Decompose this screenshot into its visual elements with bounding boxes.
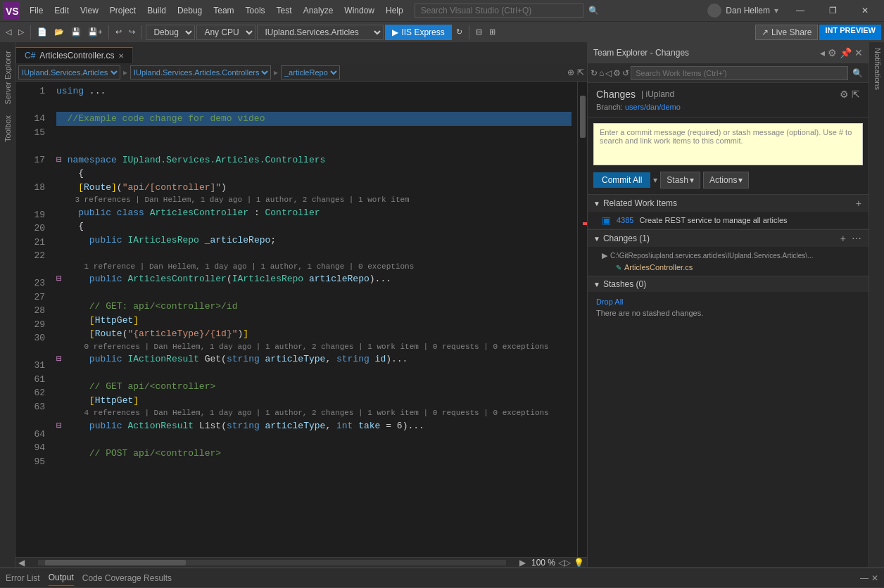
- te-settings-icon[interactable]: ⚙: [828, 47, 837, 58]
- save-all-btn[interactable]: 💾+: [85, 26, 105, 38]
- te-search-input[interactable]: [631, 66, 848, 80]
- bottom-tabs: Error List Output Code Coverage Results …: [0, 568, 884, 588]
- menu-tools[interactable]: Tools: [240, 3, 271, 18]
- add-line-btn[interactable]: ⊕: [567, 68, 574, 77]
- commit-dropdown-icon[interactable]: ▾: [653, 175, 657, 185]
- menu-project[interactable]: Project: [104, 3, 141, 18]
- code-line: ⊟ public ArticlesController(IArticlesRep…: [56, 272, 572, 286]
- h-scroll-right[interactable]: ▶: [517, 558, 529, 568]
- file-item[interactable]: ✎ ArticlesController.cs: [602, 262, 863, 273]
- te-nav-icon[interactable]: ◂: [820, 47, 825, 58]
- expand-btn[interactable]: ⇱: [577, 68, 584, 77]
- te-refresh-icon[interactable]: ↻: [591, 68, 598, 78]
- te-search-icon[interactable]: 🔍: [850, 67, 866, 79]
- lightbulb-icon[interactable]: 💡: [574, 558, 584, 568]
- work-item-id[interactable]: 4385: [617, 216, 633, 224]
- live-share-button[interactable]: ↗ Live Share: [755, 25, 818, 40]
- project-dropdown[interactable]: IUpland.Services.Articles: [257, 25, 384, 40]
- menu-view[interactable]: View: [75, 3, 104, 18]
- te-pin-icon[interactable]: 📌: [840, 47, 852, 58]
- tab-file-icon: C#: [25, 51, 35, 60]
- nav-breadcrumb-2[interactable]: IUpland.Services.Articles.Controllers.Ar…: [130, 65, 271, 79]
- code-lines: using ... //Example code change for demo…: [51, 82, 577, 557]
- tab-close-icon[interactable]: ✕: [118, 52, 124, 60]
- nav-breadcrumb-3[interactable]: _articleRepo: [281, 65, 340, 79]
- changes-expand-icon[interactable]: ⇱: [852, 89, 860, 100]
- back-btn[interactable]: ◁: [3, 26, 14, 38]
- fwd-btn[interactable]: ▷: [15, 26, 27, 38]
- code-line: using ...: [56, 84, 572, 98]
- int-preview-button[interactable]: INT PREVIEW: [819, 25, 881, 40]
- stash-label: Stash: [667, 175, 688, 185]
- menu-analyze[interactable]: Analyze: [298, 3, 339, 18]
- stashes-label: Stashes (0): [603, 279, 646, 289]
- menu-search-input[interactable]: [415, 4, 583, 18]
- editor-v-scrollbar[interactable]: [577, 82, 587, 557]
- te-settings2-icon[interactable]: ⚙: [613, 68, 621, 78]
- commit-message-input[interactable]: [593, 123, 863, 165]
- actions-button[interactable]: Actions ▾: [703, 172, 749, 188]
- notifications-tab[interactable]: Notifications: [869, 42, 884, 96]
- toolbox-tab[interactable]: Toolbox: [1, 110, 14, 148]
- te-home-icon[interactable]: ⌂: [599, 68, 604, 78]
- panel-close-icon[interactable]: ✕: [871, 573, 878, 583]
- changes-section[interactable]: ▼ Changes (1) + ⋯: [588, 229, 869, 247]
- more-changes-btn[interactable]: ⋯: [850, 233, 863, 244]
- commit-all-button[interactable]: Commit All: [593, 172, 650, 188]
- editor-tab-active[interactable]: C# ArticlesController.cs ✕: [15, 47, 133, 63]
- undo-btn[interactable]: ↩: [113, 26, 125, 38]
- filter-btn[interactable]: ⊟: [473, 26, 485, 38]
- menu-window[interactable]: Window: [339, 3, 380, 18]
- stashes-section[interactable]: ▼ Stashes (0): [588, 276, 869, 292]
- maximize-button[interactable]: ❐: [816, 0, 849, 21]
- menu-team[interactable]: Team: [208, 3, 239, 18]
- error-list-tab[interactable]: Error List: [6, 570, 40, 586]
- changes-settings-icon[interactable]: ⚙: [840, 89, 849, 100]
- stash-button[interactable]: Stash ▾: [660, 172, 700, 188]
- server-explorer-tab[interactable]: Server Explorer: [1, 45, 14, 110]
- user-info: Dan Hellem ▾: [707, 4, 778, 18]
- drop-all-button[interactable]: Drop All: [596, 298, 860, 306]
- restart-btn[interactable]: ↻: [453, 26, 465, 38]
- layout-btn[interactable]: ⊞: [486, 26, 498, 38]
- code-content[interactable]: 1 14 15 17 18 19 20 21 22: [15, 82, 577, 557]
- code-line: ⊟ public ActionResult List(string articl…: [56, 419, 572, 433]
- output-tab[interactable]: Output: [49, 570, 74, 586]
- team-explorer-panel: Team Explorer - Changes ◂ ⚙ 📌 ✕ ↻ ⌂ ◁ ⚙ …: [587, 42, 869, 567]
- panel-minimize-icon[interactable]: —: [860, 573, 869, 583]
- user-name: Dan Hellem: [726, 6, 770, 15]
- add-change-btn[interactable]: +: [839, 233, 847, 244]
- editor-h-scrollbar[interactable]: ◀ ▶ 100 % ◁▷ 💡: [15, 557, 587, 567]
- nav-breadcrumb-1[interactable]: IUpland.Services.Articles: [18, 65, 120, 79]
- user-avatar-icon: [707, 4, 721, 18]
- menu-help[interactable]: Help: [380, 3, 409, 18]
- user-dropdown-icon[interactable]: ▾: [774, 6, 778, 15]
- related-work-items-section[interactable]: ▼ Related Work Items +: [588, 194, 869, 212]
- code-line: [HttpGet]: [56, 394, 572, 408]
- te-sync-icon[interactable]: ↺: [622, 68, 629, 78]
- close-button[interactable]: ✕: [849, 0, 881, 21]
- open-btn[interactable]: 📂: [51, 26, 67, 38]
- code-coverage-tab[interactable]: Code Coverage Results: [82, 570, 172, 586]
- new-file-btn[interactable]: 📄: [34, 26, 50, 38]
- minimize-button[interactable]: —: [784, 0, 816, 21]
- code-line: public IArticlesRepo _articleRepo;: [56, 234, 572, 248]
- file-folder[interactable]: ▶ C:\GitRepos\iupland.services.articles\…: [602, 250, 863, 262]
- te-close-icon[interactable]: ✕: [854, 47, 863, 58]
- menu-file[interactable]: File: [24, 3, 49, 18]
- debug-config-dropdown[interactable]: Debug: [146, 25, 195, 40]
- run-button[interactable]: ▶ IIS Express: [385, 25, 451, 40]
- platform-dropdown[interactable]: Any CPU: [196, 25, 255, 40]
- h-scroll-left[interactable]: ◀: [15, 558, 27, 568]
- bottom-panel: Error List Output Code Coverage Results …: [0, 567, 884, 588]
- menu-edit[interactable]: Edit: [49, 3, 75, 18]
- menu-build[interactable]: Build: [141, 3, 172, 18]
- menu-debug[interactable]: Debug: [172, 3, 208, 18]
- menu-test[interactable]: Test: [271, 3, 298, 18]
- redo-btn[interactable]: ↪: [126, 26, 138, 38]
- live-share-label: Live Share: [771, 27, 812, 37]
- branch-name[interactable]: users/dan/demo: [625, 103, 681, 111]
- save-btn[interactable]: 💾: [68, 26, 84, 38]
- te-back-icon[interactable]: ◁: [605, 68, 612, 78]
- add-work-item-btn[interactable]: +: [854, 198, 863, 209]
